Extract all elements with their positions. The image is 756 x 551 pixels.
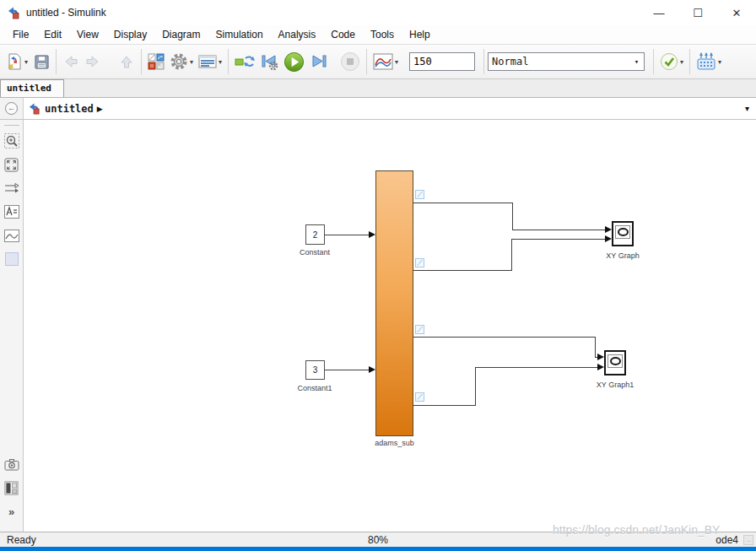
data-inspector-caret-icon: ▾ [395,58,398,66]
menu-help[interactable]: Help [402,27,438,42]
simulation-data-inspector-button[interactable]: ▾ [370,48,401,75]
sidebar-bottom-group: » [3,456,20,532]
area-select-icon [5,252,19,266]
signal-logging-badge[interactable] [415,190,424,199]
simulink-model-icon [28,102,40,115]
wire-out4-seg[interactable] [475,367,597,368]
tab-untitled[interactable]: untitled [0,79,64,97]
resize-grip[interactable]: ∙∙ [743,535,753,545]
back-button[interactable] [60,48,82,75]
palette-sidebar: » [0,120,24,532]
fit-to-view-button[interactable] [3,156,20,173]
area-select-button[interactable] [3,251,20,267]
wire-out2-seg[interactable] [413,270,511,271]
expand-sidebar-button[interactable]: » [3,503,20,520]
step-forward-icon [310,52,328,71]
screenshot-button[interactable] [3,456,20,473]
library-browser-button[interactable] [145,48,167,75]
model-advisor-button[interactable]: ▾ [657,48,686,75]
wire-constant1-to-subsystem[interactable] [325,370,370,370]
toolbar-separator [689,49,690,74]
wire-arrowhead [597,364,604,370]
menu-code[interactable]: Code [323,27,363,42]
save-icon [34,54,50,70]
menu-edit[interactable]: Edit [36,27,69,42]
maximize-button[interactable]: ☐ [678,0,717,25]
stop-time-input[interactable] [409,52,475,71]
model-canvas[interactable]: 2 Constant 3 Constant1 adams_sub [24,120,756,532]
settings-button[interactable]: ▾ [167,48,196,75]
menu-analysis[interactable]: Analysis [271,27,324,42]
title-bar: untitled - Simulink — ☐ ✕ [0,0,756,25]
signal-logging-badge[interactable] [415,258,424,267]
wire-out1-seg[interactable] [512,203,513,230]
menu-display[interactable]: Display [106,27,154,42]
breadcrumb-row: ← untitled ▶ ▾ [0,97,756,120]
menu-view[interactable]: View [69,27,106,42]
toolbar: ▾ [0,44,756,79]
menu-diagram[interactable]: Diagram [154,27,208,42]
library-palette-button[interactable] [3,479,20,496]
breadcrumb-model-name[interactable]: untitled [45,103,94,115]
fit-to-view-icon [4,158,19,172]
zoom-select-button[interactable] [3,132,20,149]
block-xy-graph1[interactable] [604,350,626,375]
menu-tools[interactable]: Tools [363,27,402,42]
minimize-button[interactable]: — [640,0,678,25]
simulation-mode-select[interactable]: Normal ▾ [488,52,645,71]
deploy-to-hardware-button[interactable]: ▾ [694,48,724,75]
wire-out3-seg[interactable] [595,337,596,358]
xy-graph1-icon [608,354,623,368]
sidebar-divider [4,125,19,126]
block-constant[interactable]: 2 [305,224,325,245]
solver-indicator[interactable]: ode4 [716,534,743,546]
simulation-mode-caret-icon: ▾ [634,57,640,66]
menu-file[interactable]: File [5,27,36,42]
signal-arrows-icon [4,182,19,194]
menu-bar: File Edit View Display Diagram Simulatio… [0,25,756,44]
signal-logging-badge[interactable] [415,392,424,402]
step-back-button[interactable] [257,48,281,75]
check-icon [660,52,678,71]
close-button[interactable]: ✕ [717,0,756,25]
stop-button[interactable] [338,48,363,75]
annotation-icon [4,205,19,219]
wire-out2-seg[interactable] [511,239,605,240]
breadcrumb-dropdown-caret-icon[interactable]: ▾ [745,104,749,113]
forward-button[interactable] [82,48,104,75]
update-model-button[interactable] [232,48,257,75]
hide-browser-button[interactable]: ← [5,102,18,115]
wire-out2-seg[interactable] [511,239,512,271]
menu-simulation[interactable]: Simulation [208,27,271,42]
wire-out4-seg[interactable] [413,405,475,406]
constant-value: 2 [313,230,318,240]
block-constant1-label: Constant1 [285,384,344,392]
new-model-caret-icon: ▾ [24,58,28,66]
browser-toggle-cell: ← [0,98,24,119]
image-plot-button[interactable] [3,227,20,244]
save-button[interactable] [30,48,52,75]
wire-constant-to-subsystem[interactable] [325,235,370,235]
block-xy-graph[interactable] [612,221,634,246]
tab-bar: untitled [0,79,756,97]
model-configuration-button[interactable]: ▾ [196,48,224,75]
run-button[interactable] [281,48,307,75]
block-constant1[interactable]: 3 [305,360,325,380]
gear-icon [170,52,188,71]
wire-out1-seg[interactable] [413,203,512,203]
simulation-mode-value: Normal [492,56,528,68]
up-to-parent-button[interactable] [116,48,138,75]
wire-out4-seg[interactable] [475,367,476,406]
block-xy-graph-label: XY Graph [586,251,659,260]
simulink-window: untitled - Simulink — ☐ ✕ File Edit View… [0,0,756,551]
signal-logging-badge[interactable] [415,325,424,334]
wire-out3-seg[interactable] [413,337,595,338]
wire-out1-seg[interactable] [512,230,605,230]
signal-routing-button[interactable] [3,180,20,197]
step-forward-button[interactable] [307,48,331,75]
model-configuration-icon [198,53,217,70]
stop-icon [340,51,360,72]
annotation-button[interactable] [3,203,20,220]
new-model-button[interactable]: ▾ [3,48,30,75]
block-subsystem-adams-sub[interactable] [375,170,413,436]
